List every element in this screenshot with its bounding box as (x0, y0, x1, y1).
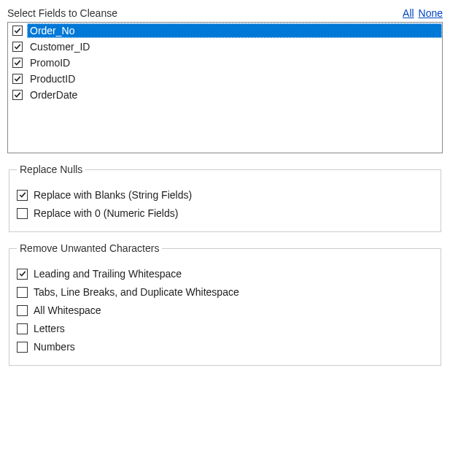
field-row[interactable]: ProductID (8, 71, 442, 87)
replace-nulls-group: Replace Nulls Replace with Blanks (Strin… (9, 164, 441, 232)
option-checkbox[interactable] (17, 323, 28, 334)
option-label: Tabs, Line Breaks, and Duplicate Whitesp… (34, 286, 239, 298)
field-checkbox[interactable] (12, 42, 23, 52)
field-label: ProductID (27, 72, 442, 86)
option-label: Numbers (34, 341, 75, 353)
field-row[interactable]: PromoID (8, 55, 442, 71)
option-checkbox[interactable] (17, 269, 28, 280)
option-row[interactable]: Tabs, Line Breaks, and Duplicate Whitesp… (17, 286, 433, 298)
option-row[interactable]: All Whitespace (17, 304, 433, 316)
field-row[interactable]: Customer_ID (8, 39, 442, 55)
field-label: Order_No (27, 23, 442, 38)
field-checkbox[interactable] (12, 58, 23, 68)
option-checkbox[interactable] (17, 208, 28, 219)
select-none-link[interactable]: None (419, 7, 443, 19)
option-label: Leading and Trailing Whitespace (34, 268, 182, 280)
option-label: Replace with Blanks (String Fields) (34, 189, 192, 201)
option-checkbox[interactable] (17, 190, 28, 201)
option-label: All Whitespace (34, 304, 101, 316)
option-row[interactable]: Replace with 0 (Numeric Fields) (17, 207, 433, 219)
option-label: Letters (34, 323, 65, 334)
field-checkbox[interactable] (12, 74, 23, 84)
select-links: All None (401, 7, 443, 19)
option-checkbox[interactable] (17, 287, 28, 298)
field-checkbox[interactable] (12, 90, 23, 100)
option-row[interactable]: Letters (17, 323, 433, 334)
remove-chars-legend: Remove Unwanted Characters (17, 242, 162, 254)
remove-chars-group: Remove Unwanted Characters Leading and T… (9, 242, 441, 366)
field-checkbox[interactable] (12, 26, 23, 36)
option-checkbox[interactable] (17, 305, 28, 316)
section-title: Select Fields to Cleanse (7, 7, 117, 19)
option-row[interactable]: Numbers (17, 341, 433, 353)
field-row[interactable]: Order_No (8, 23, 442, 39)
field-label: Customer_ID (27, 39, 442, 54)
option-row[interactable]: Replace with Blanks (String Fields) (17, 189, 433, 201)
option-label: Replace with 0 (Numeric Fields) (34, 207, 178, 219)
field-label: OrderDate (27, 88, 442, 102)
select-all-link[interactable]: All (403, 7, 414, 19)
field-list[interactable]: Order_NoCustomer_IDPromoIDProductIDOrder… (7, 22, 443, 153)
option-checkbox[interactable] (17, 342, 28, 353)
field-label: PromoID (27, 55, 442, 70)
option-row[interactable]: Leading and Trailing Whitespace (17, 268, 433, 280)
field-row[interactable]: OrderDate (8, 87, 442, 103)
replace-nulls-legend: Replace Nulls (17, 164, 85, 175)
